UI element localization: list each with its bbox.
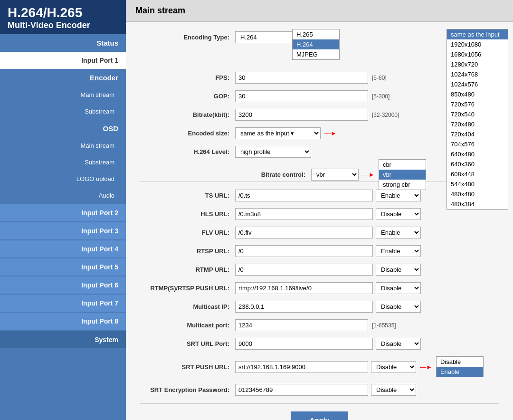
flv-url-group: EnableDisable xyxy=(235,227,421,239)
enc-option-h264[interactable]: H.264 xyxy=(293,39,339,49)
bitrate-input[interactable] xyxy=(235,109,368,121)
sidebar-item-input-port2[interactable]: Input Port 2 xyxy=(0,204,126,221)
size-opt-same[interactable]: same as the input xyxy=(447,29,508,39)
rtsp-url-select[interactable]: EnableDisable xyxy=(376,245,421,257)
app-title1: H.264/H.265 xyxy=(8,6,118,20)
encoded-size-select[interactable]: same as the input ▾ xyxy=(235,127,321,139)
rtmp-url-select[interactable]: DisableEnable xyxy=(376,264,421,276)
encoded-size-label: Encoded size: xyxy=(140,130,235,137)
srt-push-select[interactable]: DisableEnable xyxy=(371,361,416,373)
srt-port-input[interactable] xyxy=(235,338,373,350)
ts-url-input[interactable] xyxy=(235,190,373,201)
rtmps-rtsp-group: DisableEnable xyxy=(235,282,421,294)
srt-port-select[interactable]: DisableEnable xyxy=(376,338,421,350)
gop-hint: [5-300] xyxy=(372,93,390,100)
multicast-port-input[interactable] xyxy=(235,319,368,331)
sidebar-item-input-port3[interactable]: Input Port 3 xyxy=(0,222,126,239)
size-opt-640-480[interactable]: 640x480 xyxy=(447,149,508,159)
flv-url-select[interactable]: EnableDisable xyxy=(376,227,421,239)
multicast-port-hint: [1-65535] xyxy=(372,322,396,329)
hls-url-input[interactable] xyxy=(235,208,373,220)
sidebar-item-system[interactable]: System xyxy=(0,331,126,348)
sidebar-item-input-port1[interactable]: Input Port 1 xyxy=(0,52,126,69)
sidebar-item-audio[interactable]: Audio xyxy=(0,187,126,204)
size-opt-1280[interactable]: 1280x720 xyxy=(447,59,508,69)
size-opt-1680[interactable]: 1680x1056 xyxy=(447,49,508,59)
size-opt-1024-576[interactable]: 1024x576 xyxy=(447,79,508,89)
sidebar-item-status[interactable]: Status xyxy=(0,34,126,52)
rtmps-rtsp-input[interactable] xyxy=(235,282,373,294)
gop-input[interactable] xyxy=(235,90,368,102)
size-opt-480-384[interactable]: 480x384 xyxy=(447,199,508,209)
bitrate-hint: [32-32000] xyxy=(372,112,399,118)
srt-push-opt-enable[interactable]: Enable xyxy=(437,367,483,377)
ts-url-group: EnableDisable xyxy=(235,190,421,201)
sidebar-item-osd[interactable]: OSD xyxy=(0,120,126,137)
srt-push-input[interactable] xyxy=(235,361,368,373)
srt-enc-row: SRT Encryption Password: DisableEnable xyxy=(140,384,499,396)
ts-url-label: TS URL: xyxy=(140,192,235,199)
sidebar-item-substream[interactable]: Substream xyxy=(0,103,126,120)
rtmps-rtsp-select[interactable]: DisableEnable xyxy=(376,282,421,294)
sidebar-item-input-port8[interactable]: Input Port 8 xyxy=(0,313,126,330)
rtsp-url-row: RTSP URL: EnableDisable xyxy=(140,245,499,257)
enc-option-h265[interactable]: H.265 xyxy=(293,29,339,39)
srt-port-row: SRT URL Port: DisableEnable xyxy=(140,338,499,350)
ts-url-row: TS URL: EnableDisable xyxy=(140,190,499,201)
multicast-ip-input[interactable] xyxy=(235,301,373,313)
bitrate-control-select[interactable]: vbr xyxy=(311,169,359,181)
multicast-port-row: Multicast port: [1-65535] xyxy=(140,319,499,331)
main-content: Main stream Encoding Type: H.264 —► H.26… xyxy=(126,0,513,420)
bc-opt-vbr[interactable]: vbr xyxy=(379,170,426,180)
sidebar-item-input-port7[interactable]: Input Port 7 xyxy=(0,295,126,312)
rtmp-url-input[interactable] xyxy=(235,264,373,276)
srt-enc-input[interactable] xyxy=(235,384,368,396)
rtsp-url-input[interactable] xyxy=(235,245,373,257)
encoded-size-dropdown[interactable]: same as the input 1920x1080 1680x1056 12… xyxy=(446,29,508,210)
form-area: Encoding Type: H.264 —► H.265 H.264 MJPE… xyxy=(126,22,513,420)
bitrate-control-dropdown[interactable]: cbr vbr strong cbr xyxy=(379,159,426,190)
hls-url-label: HLS URL: xyxy=(140,210,235,218)
srt-push-dropdown[interactable]: Disable Enable xyxy=(436,356,484,377)
size-opt-720-480[interactable]: 720x480 xyxy=(447,119,508,129)
sidebar-item-logo-upload[interactable]: LOGO upload xyxy=(0,171,126,187)
ts-url-select[interactable]: EnableDisable xyxy=(376,190,421,201)
sidebar-item-osd-main[interactable]: Main stream xyxy=(0,137,126,154)
sidebar-item-osd-sub[interactable]: Substream xyxy=(0,154,126,171)
size-opt-480-480[interactable]: 480x480 xyxy=(447,189,508,199)
size-opt-544[interactable]: 544x480 xyxy=(447,179,508,189)
size-opt-640-360[interactable]: 640x360 xyxy=(447,159,508,169)
size-opt-850[interactable]: 850x480 xyxy=(447,89,508,99)
srt-push-opt-disable[interactable]: Disable xyxy=(437,357,483,367)
sidebar: H.264/H.265 Multi-Video Encoder Status I… xyxy=(0,0,126,420)
bc-opt-strong-cbr[interactable]: strong cbr xyxy=(379,180,426,190)
hls-url-select[interactable]: DisableEnable xyxy=(376,208,421,220)
sidebar-item-input-port5[interactable]: Input Port 5 xyxy=(0,258,126,276)
sidebar-item-input-port4[interactable]: Input Port 4 xyxy=(0,240,126,258)
enc-option-mjpeg[interactable]: MJPEG xyxy=(293,49,339,59)
flv-url-input[interactable] xyxy=(235,227,373,239)
h264-level-row: H.264 Level: high profile Bitrate contro… xyxy=(140,146,499,158)
size-opt-704[interactable]: 704x576 xyxy=(447,139,508,149)
sidebar-item-encoder[interactable]: Encoder xyxy=(0,69,126,86)
h264-level-select[interactable]: high profile xyxy=(235,146,311,158)
size-opt-720-576[interactable]: 720x576 xyxy=(447,99,508,109)
multicast-port-label: Multicast port: xyxy=(140,322,235,329)
sidebar-item-main-stream[interactable]: Main stream xyxy=(0,86,126,103)
size-opt-720-404[interactable]: 720x404 xyxy=(447,129,508,139)
encoding-type-select[interactable]: H.264 xyxy=(235,31,302,43)
size-opt-720-540[interactable]: 720x540 xyxy=(447,109,508,119)
sidebar-item-input-port6[interactable]: Input Port 6 xyxy=(0,277,126,294)
multicast-ip-select[interactable]: DisableEnable xyxy=(376,301,421,313)
size-opt-608[interactable]: 608x448 xyxy=(447,169,508,179)
size-opt-1024-768[interactable]: 1024x768 xyxy=(447,69,508,79)
size-opt-480-360[interactable]: 480x360 xyxy=(447,209,508,210)
fps-label: FPS: xyxy=(140,74,235,81)
rtsp-url-label: RTSP URL: xyxy=(140,248,235,255)
apply-button[interactable]: Apply xyxy=(291,411,349,420)
encoding-type-dropdown[interactable]: H.265 H.264 MJPEG xyxy=(292,29,340,60)
bc-opt-cbr[interactable]: cbr xyxy=(379,160,426,170)
size-opt-1920[interactable]: 1920x1080 xyxy=(447,39,508,49)
fps-input[interactable] xyxy=(235,72,368,84)
srt-enc-select[interactable]: DisableEnable xyxy=(371,384,416,396)
